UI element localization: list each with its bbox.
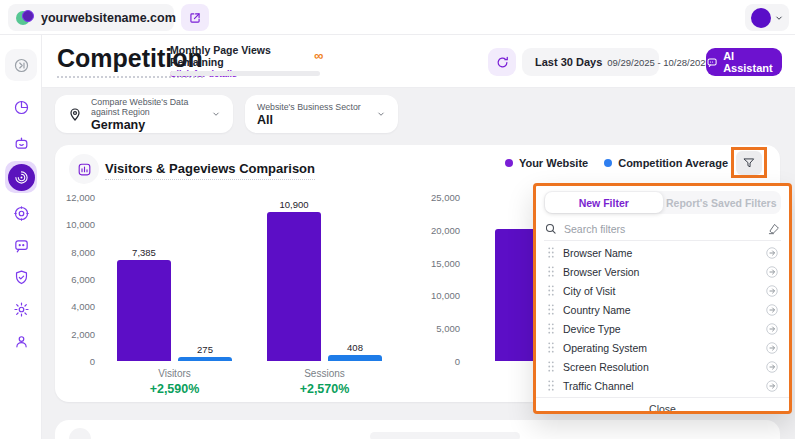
region-filter-label: Compare Website's Data against Region bbox=[91, 97, 211, 117]
drag-handle-icon[interactable] bbox=[546, 246, 556, 259]
ai-assistant-label: AI Assistant bbox=[723, 50, 782, 74]
bot-icon bbox=[13, 135, 30, 152]
top-bar: yourwebsitename.com bbox=[0, 0, 795, 35]
bar-group: 7,385275 bbox=[117, 197, 232, 361]
filter-item-label: Device Type bbox=[563, 323, 621, 335]
pageviews-progress-bar bbox=[170, 71, 320, 76]
refresh-button[interactable] bbox=[488, 48, 516, 76]
category-label: Visitors bbox=[117, 368, 232, 379]
bar-group: 10,900408 bbox=[267, 197, 382, 361]
drag-handle-icon[interactable] bbox=[546, 322, 556, 335]
sidebar-item-chat[interactable] bbox=[5, 229, 37, 261]
filter-search-input[interactable] bbox=[564, 223, 760, 235]
filter-search-row bbox=[544, 217, 781, 241]
filter-item-label: City of Visit bbox=[563, 285, 615, 297]
filter-list-item[interactable]: City of Visit bbox=[536, 281, 789, 300]
chevron-down-icon bbox=[376, 109, 386, 119]
sector-filter-dropdown[interactable]: Website's Business Sector All bbox=[245, 95, 398, 133]
arrow-right-circle-icon[interactable] bbox=[765, 246, 779, 260]
filter-list: Browser NameBrowser VersionCity of Visit… bbox=[536, 243, 789, 395]
sector-filter-label: Website's Business Sector bbox=[257, 102, 376, 112]
filter-item-label: Browser Version bbox=[563, 266, 639, 278]
bar-competition-average bbox=[328, 355, 382, 361]
drag-handle-icon[interactable] bbox=[546, 360, 556, 373]
y-axis-tick: 4,000 bbox=[55, 301, 95, 312]
filter-list-item[interactable]: Operating System bbox=[536, 338, 789, 357]
chevron-down-icon bbox=[211, 109, 221, 119]
next-section-icon-placeholder bbox=[69, 428, 91, 439]
tab-new-filter[interactable]: New Filter bbox=[545, 192, 663, 213]
drag-handle-icon[interactable] bbox=[546, 284, 556, 297]
gear-icon bbox=[13, 301, 30, 318]
filter-list-item[interactable]: Browser Name bbox=[536, 243, 789, 262]
filter-list-item[interactable]: Traffic Channel bbox=[536, 376, 789, 395]
sidebar-item-competition[interactable] bbox=[5, 161, 37, 193]
sidebar-item-analytics[interactable] bbox=[5, 91, 37, 123]
page-header: Competition Monthly Page Views Remaining… bbox=[42, 35, 795, 88]
y-axis-tick: 25,000 bbox=[400, 192, 460, 203]
bar-competition-average bbox=[178, 357, 232, 361]
sector-filter-value: All bbox=[257, 113, 376, 127]
external-link-icon bbox=[188, 11, 202, 25]
sidebar bbox=[0, 35, 42, 439]
shield-check-icon bbox=[13, 269, 30, 286]
filter-panel-tabs: New Filter Report's Saved Filters bbox=[544, 191, 781, 214]
filter-list-item[interactable]: Device Type bbox=[536, 319, 789, 338]
filter-item-label: Screen Resolution bbox=[563, 361, 649, 373]
bar-value-label: 10,900 bbox=[279, 199, 308, 210]
clear-filters-icon[interactable] bbox=[767, 222, 781, 236]
sidebar-item-visitors[interactable] bbox=[5, 325, 37, 357]
arrow-right-circle-icon[interactable] bbox=[765, 303, 779, 317]
arrow-right-circle-icon[interactable] bbox=[765, 284, 779, 298]
drag-handle-icon[interactable] bbox=[546, 379, 556, 392]
category-label: Sessions bbox=[267, 368, 382, 379]
close-panel-button[interactable]: Close bbox=[536, 397, 789, 414]
y-axis-tick: 0 bbox=[55, 356, 95, 367]
y-axis-tick: 5,000 bbox=[400, 323, 460, 334]
sidebar-collapse-button[interactable] bbox=[5, 49, 37, 81]
arrow-right-circle-icon[interactable] bbox=[765, 360, 779, 374]
bar-your-website bbox=[267, 212, 321, 361]
refresh-icon bbox=[495, 55, 510, 70]
bar-value-label: 7,385 bbox=[132, 247, 156, 258]
sidebar-item-privacy[interactable] bbox=[5, 261, 37, 293]
sidebar-item-targeting[interactable] bbox=[5, 197, 37, 229]
drag-handle-icon[interactable] bbox=[546, 341, 556, 354]
arrow-right-circle-icon[interactable] bbox=[765, 322, 779, 336]
drag-handle-icon[interactable] bbox=[546, 303, 556, 316]
target-icon bbox=[13, 205, 30, 222]
date-range-label: Last 30 Days bbox=[535, 56, 602, 68]
tab-saved-filters[interactable]: Report's Saved Filters bbox=[663, 192, 781, 213]
filter-list-item[interactable]: Browser Version bbox=[536, 262, 789, 281]
y-axis-tick: 6,000 bbox=[55, 274, 95, 285]
filter-list-item[interactable]: Screen Resolution bbox=[536, 357, 789, 376]
bar-your-website bbox=[117, 260, 171, 361]
collapse-icon bbox=[13, 57, 30, 74]
region-filter-dropdown[interactable]: Compare Website's Data against Region Ge… bbox=[55, 95, 233, 133]
arrow-right-circle-icon[interactable] bbox=[765, 341, 779, 355]
avatar bbox=[751, 8, 771, 28]
app-window: yourwebsitename.com bbox=[0, 0, 795, 439]
site-selector[interactable]: yourwebsitename.com bbox=[8, 4, 174, 31]
date-range-picker[interactable]: Last 30 Days 09/29/2025 - 10/28/2025 bbox=[522, 48, 659, 76]
filter-panel: New Filter Report's Saved Filters Browse… bbox=[533, 183, 792, 414]
open-site-button[interactable] bbox=[181, 4, 209, 31]
filter-item-label: Browser Name bbox=[563, 247, 632, 259]
pie-chart-icon bbox=[13, 99, 30, 116]
site-favicon bbox=[16, 9, 34, 27]
arrow-right-circle-icon[interactable] bbox=[765, 265, 779, 279]
filter-list-item[interactable]: Country Name bbox=[536, 300, 789, 319]
next-section-card bbox=[55, 420, 780, 439]
filter-item-label: Operating System bbox=[563, 342, 647, 354]
site-name: yourwebsitename.com bbox=[41, 11, 176, 25]
y-axis-tick: 15,000 bbox=[400, 258, 460, 269]
y-axis-tick: 20,000 bbox=[400, 225, 460, 236]
sidebar-item-settings[interactable] bbox=[5, 293, 37, 325]
sidebar-item-assistant[interactable] bbox=[5, 127, 37, 159]
y-axis-tick: 0 bbox=[400, 356, 460, 367]
account-menu[interactable] bbox=[745, 4, 789, 31]
arrow-right-circle-icon[interactable] bbox=[765, 379, 779, 393]
ai-assistant-button[interactable]: AI Assistant bbox=[706, 48, 782, 76]
drag-handle-icon[interactable] bbox=[546, 265, 556, 278]
delta-percentage: +2,570% bbox=[267, 382, 382, 396]
